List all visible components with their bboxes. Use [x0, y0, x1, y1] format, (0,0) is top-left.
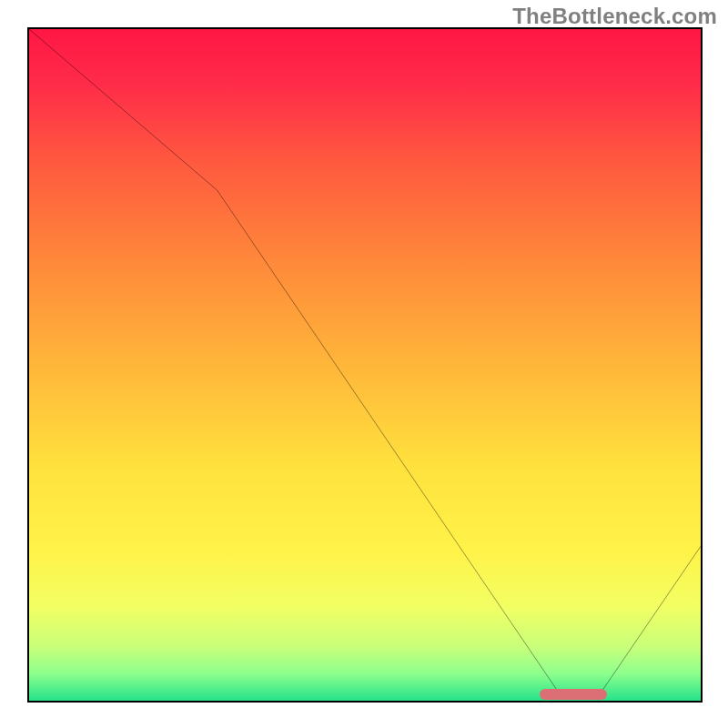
watermark-text: TheBottleneck.com	[512, 4, 717, 29]
optimum-marker	[540, 689, 607, 700]
bottleneck-curve	[29, 29, 701, 701]
chart-container: TheBottleneck.com	[0, 0, 728, 728]
plot-area	[27, 27, 703, 703]
